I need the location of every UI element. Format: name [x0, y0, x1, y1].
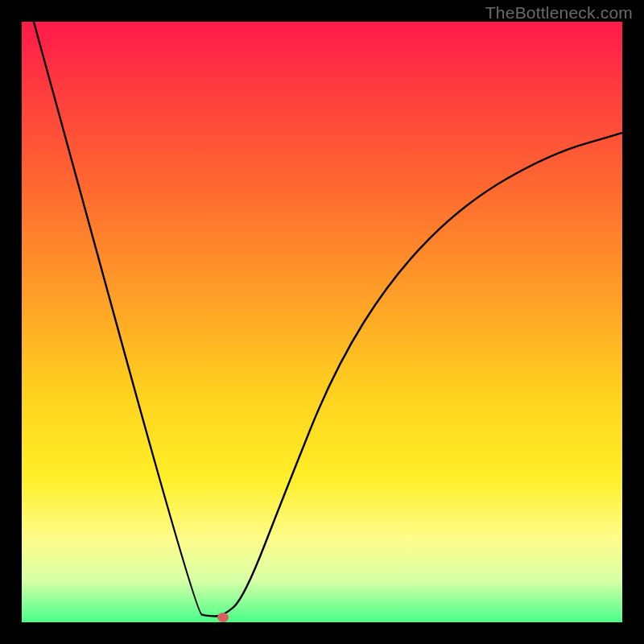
chart-frame: TheBottleneck.com — [0, 0, 644, 644]
bottleneck-curve-path — [34, 22, 622, 617]
watermark-text: TheBottleneck.com — [485, 3, 633, 23]
curve-layer — [22, 22, 622, 622]
min-marker — [217, 613, 229, 622]
